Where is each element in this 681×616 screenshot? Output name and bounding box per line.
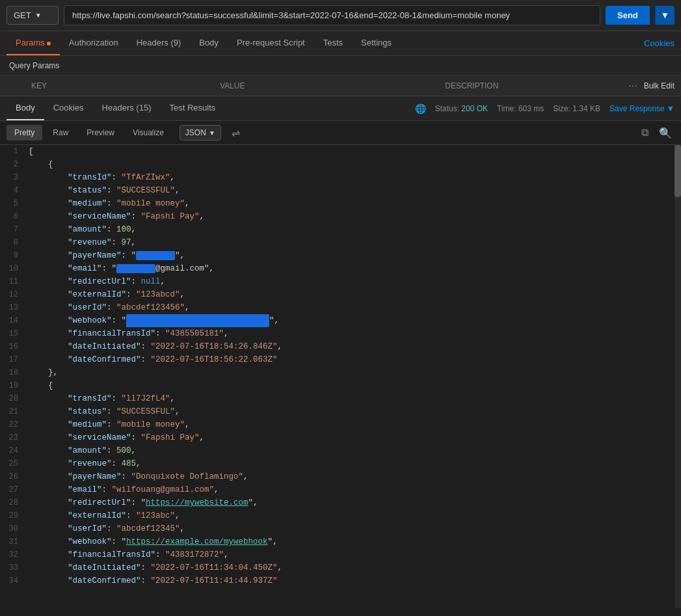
code-line: 26 "payerName": "Donquixote Doflamingo", bbox=[0, 470, 681, 483]
scrollbar-track[interactable] bbox=[674, 145, 681, 608]
send-button[interactable]: Send bbox=[606, 6, 650, 25]
url-bar: GET ▼ Send ▼ bbox=[0, 0, 681, 31]
code-line: 28 "redirectUrl": "https://mywebsite.com… bbox=[0, 496, 681, 509]
res-tab-cookies[interactable]: Cookies bbox=[44, 96, 93, 120]
size-label: Size: 1.34 KB bbox=[553, 104, 600, 113]
send-dropdown-icon: ▼ bbox=[661, 10, 669, 20]
code-area: 1[2 {3 "transId": "TfArZIwx",4 "status":… bbox=[0, 145, 681, 608]
save-response-button[interactable]: Save Response ▼ bbox=[609, 104, 674, 113]
more-options-icon[interactable]: ··· bbox=[628, 80, 637, 92]
search-icon[interactable]: 🔍 bbox=[656, 126, 674, 141]
response-tabs-bar: Body Cookies Headers (15) Test Results 🌐… bbox=[0, 96, 681, 121]
time-label: Time: 603 ms bbox=[497, 104, 544, 113]
code-line: 7 "amount": 100, bbox=[0, 223, 681, 236]
code-line: 1[ bbox=[0, 145, 681, 158]
code-line: 22 "medium": "mobile money", bbox=[0, 418, 681, 431]
url-input[interactable] bbox=[64, 5, 600, 25]
code-line: 23 "serviceName": "Fapshi Pay", bbox=[0, 431, 681, 444]
status-label: Status: 200 OK bbox=[435, 104, 488, 113]
res-tab-test-results[interactable]: Test Results bbox=[160, 96, 224, 120]
wrap-lines-icon[interactable]: ⇌ bbox=[229, 126, 243, 141]
code-line: 30 "userId": "abcdef12345", bbox=[0, 522, 681, 535]
tab-settings[interactable]: Settings bbox=[352, 31, 401, 55]
code-line: 12 "externalId": "123abcd", bbox=[0, 288, 681, 301]
code-line: 17 "dateConfirmed": "2022-07-16T18:56:22… bbox=[0, 353, 681, 366]
tab-params[interactable]: Params bbox=[7, 31, 60, 55]
code-line: 8 "revenue": 97, bbox=[0, 236, 681, 249]
code-line: 5 "medium": "mobile money", bbox=[0, 197, 681, 210]
body-view-tabs: Pretty Raw Preview Visualize JSON ▼ ⇌ ⧉ … bbox=[0, 121, 681, 145]
code-line: 25 "revenue": 485, bbox=[0, 457, 681, 470]
code-line: 18 }, bbox=[0, 366, 681, 379]
th-value: VALUE bbox=[215, 81, 440, 90]
th-key: KEY bbox=[26, 81, 215, 90]
tab-headers[interactable]: Headers (9) bbox=[127, 31, 191, 55]
code-line: 9 "payerName": "XXXXXXXX", bbox=[0, 249, 681, 262]
code-line: 31 "webhook": "https://example.com/myweb… bbox=[0, 535, 681, 548]
th-actions: ··· Bulk Edit bbox=[628, 80, 681, 92]
tab-body[interactable]: Body bbox=[190, 31, 228, 55]
body-actions: ⧉ 🔍 bbox=[639, 126, 674, 141]
save-response-chevron-icon: ▼ bbox=[667, 104, 674, 113]
request-tabs: Params Authorization Headers (9) Body Pr… bbox=[0, 31, 681, 56]
body-view-raw[interactable]: Raw bbox=[45, 125, 76, 141]
code-line: 4 "status": "SUCCESSFUL", bbox=[0, 184, 681, 197]
th-desc: DESCRIPTION bbox=[440, 81, 628, 90]
send-dropdown-button[interactable]: ▼ bbox=[655, 6, 674, 25]
globe-icon: 🌐 bbox=[415, 103, 426, 114]
response-status-bar: 🌐 Status: 200 OK Time: 603 ms Size: 1.34… bbox=[415, 103, 674, 114]
format-chevron-icon: ▼ bbox=[209, 129, 215, 137]
code-line: 27 "email": "wilfouang@gmail.com", bbox=[0, 483, 681, 496]
code-line: 33 "dateInitiated": "2022-07-16T11:34:04… bbox=[0, 561, 681, 574]
copy-icon[interactable]: ⧉ bbox=[639, 126, 651, 141]
code-line: 2 { bbox=[0, 158, 681, 171]
code-line: 20 "transId": "ll7J2fL4", bbox=[0, 392, 681, 405]
code-line: 11 "redirectUrl": null, bbox=[0, 275, 681, 288]
code-line: 6 "serviceName": "Fapshi Pay", bbox=[0, 210, 681, 223]
code-line: 29 "externalId": "123abc", bbox=[0, 509, 681, 522]
scrollbar-thumb[interactable] bbox=[674, 145, 681, 197]
code-line: 16 "dateInitiated": "2022-07-16T18:54:26… bbox=[0, 340, 681, 353]
tab-authorization[interactable]: Authorization bbox=[60, 31, 127, 55]
method-label: GET bbox=[14, 10, 31, 20]
bulk-edit-button[interactable]: Bulk Edit bbox=[644, 81, 674, 90]
code-line: 15 "financialTransId": "4385505181", bbox=[0, 327, 681, 340]
res-tab-body[interactable]: Body bbox=[7, 96, 44, 120]
code-line: 21 "status": "SUCCESSFUL", bbox=[0, 405, 681, 418]
tab-tests[interactable]: Tests bbox=[314, 31, 352, 55]
code-line: 10 "email": "XXXXXXXX@gmail.com", bbox=[0, 262, 681, 275]
tab-prerequest[interactable]: Pre-request Script bbox=[228, 31, 314, 55]
body-view-preview[interactable]: Preview bbox=[79, 125, 122, 141]
res-tab-headers[interactable]: Headers (15) bbox=[93, 96, 161, 120]
format-selector[interactable]: JSON ▼ bbox=[180, 125, 221, 141]
method-chevron-icon: ▼ bbox=[35, 12, 42, 19]
body-view-visualize[interactable]: Visualize bbox=[125, 125, 172, 141]
code-line: 3 "transId": "TfArZIwx", bbox=[0, 171, 681, 184]
code-line: 13 "userId": "abcdef123456", bbox=[0, 301, 681, 314]
body-view-pretty[interactable]: Pretty bbox=[7, 125, 42, 141]
code-line: 14 "webhook": "XXXXXXXXXXXXXXXXXXX", bbox=[0, 314, 681, 327]
code-line: 24 "amount": 500, bbox=[0, 444, 681, 457]
code-line: 32 "financialTransId": "4383172872", bbox=[0, 548, 681, 561]
code-line: 34 "dateConfirmed": "2022-07-16T11:41:44… bbox=[0, 574, 681, 587]
method-dropdown[interactable]: GET ▼ bbox=[7, 6, 59, 25]
cookies-link[interactable]: Cookies bbox=[644, 32, 674, 55]
params-table-header: KEY VALUE DESCRIPTION ··· Bulk Edit bbox=[0, 76, 681, 96]
query-params-bar: Query Params bbox=[0, 56, 681, 76]
code-line: 19 { bbox=[0, 379, 681, 392]
response-section: Body Cookies Headers (15) Test Results 🌐… bbox=[0, 96, 681, 608]
